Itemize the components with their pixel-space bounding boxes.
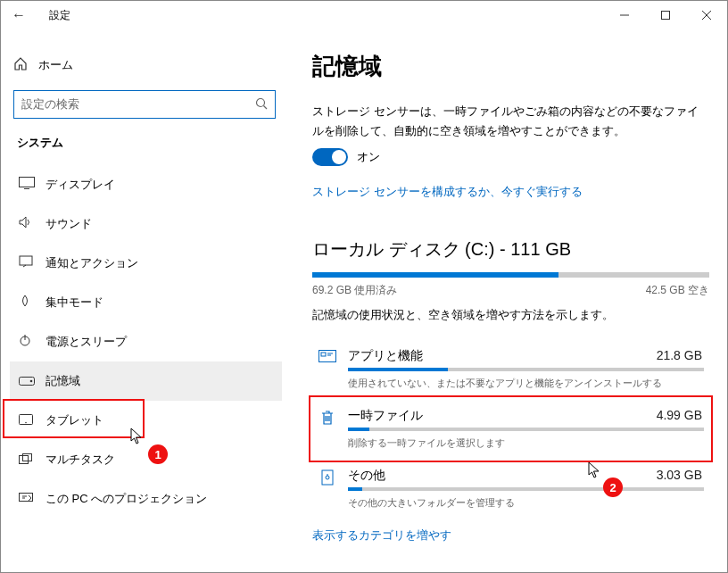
storage-category-apps[interactable]: アプリと機能 使用されていない、または不要なアプリと機能をアンインストールする … [312, 339, 709, 399]
storage-item-sub: 削除する一時ファイルを選択します [348, 436, 704, 450]
search-input[interactable]: 設定の検索 [13, 90, 276, 119]
storage-category-temp[interactable]: 一時ファイル 削除する一時ファイルを選択します 4.99 GB [312, 399, 709, 459]
nav-notifications[interactable]: 通知とアクション [10, 244, 282, 283]
home-nav[interactable]: ホーム [13, 47, 282, 83]
svg-rect-16 [23, 454, 32, 461]
display-icon [19, 177, 46, 193]
svg-rect-22 [322, 470, 333, 485]
nav-list: ディスプレイ サウンド 通知とアクション 集中モード 電源とスリープ 記憶域 [10, 165, 282, 519]
svg-line-5 [264, 105, 268, 109]
multitask-icon [19, 452, 46, 468]
show-more-categories-link[interactable]: 表示するカテゴリを増やす [312, 527, 451, 544]
storage-icon [19, 373, 46, 389]
maximize-button[interactable] [645, 1, 686, 29]
page-heading: 記憶域 [312, 51, 709, 82]
nav-label: マルチタスク [46, 452, 115, 468]
sidebar: ホーム 設定の検索 システム ディスプレイ サウンド 通知とアクション [1, 29, 291, 572]
toggle-label: オン [357, 149, 380, 165]
disk-usage-bar [312, 272, 709, 278]
nav-label: 集中モード [46, 295, 103, 311]
search-placeholder: 設定の検索 [21, 96, 255, 112]
storage-item-title: 一時ファイル [348, 408, 704, 424]
minimize-button[interactable] [604, 1, 645, 29]
nav-label: この PC へのプロジェクション [46, 491, 207, 507]
nav-label: 電源とスリープ [46, 334, 127, 350]
disk-heading: ローカル ディスク (C:) - 111 GB [312, 237, 709, 262]
tablet-icon [19, 412, 46, 428]
trash-icon [314, 410, 341, 430]
content-pane: 記憶域 ストレージ センサーは、一時ファイルやごみ箱の内容などの不要なファイルを… [291, 29, 727, 572]
disk-hint: 記憶域の使用状況と、空き領域を増やす方法を示します。 [312, 307, 709, 323]
svg-rect-6 [20, 178, 35, 187]
section-label: システム [17, 135, 282, 151]
storage-sense-description: ストレージ センサーは、一時ファイルやごみ箱の内容などの不要なファイルを削除して… [312, 102, 709, 141]
home-icon [13, 56, 38, 74]
nav-sound[interactable]: サウンド [10, 204, 282, 244]
nav-multitask[interactable]: マルチタスク [10, 440, 282, 479]
sound-icon [19, 216, 46, 232]
close-button[interactable] [686, 1, 727, 29]
nav-label: サウンド [46, 216, 92, 232]
disk-free-text: 42.5 GB 空き [646, 283, 709, 298]
svg-point-4 [257, 98, 265, 106]
focus-icon [19, 295, 46, 311]
nav-tablet[interactable]: タブレット [10, 401, 282, 440]
search-icon [255, 97, 268, 112]
svg-rect-1 [662, 12, 670, 20]
svg-rect-15 [20, 456, 29, 464]
titlebar: ← 設定 [1, 1, 727, 29]
nav-label: ディスプレイ [46, 177, 115, 193]
storage-item-size: 3.03 GB [657, 468, 702, 482]
svg-point-23 [326, 476, 329, 479]
annotation-badge-2: 2 [603, 478, 623, 497]
disk-used-text: 69.2 GB 使用済み [312, 283, 397, 298]
svg-rect-19 [321, 353, 326, 356]
nav-display[interactable]: ディスプレイ [10, 165, 282, 204]
notify-icon [19, 255, 46, 271]
storage-category-other[interactable]: その他 その他の大きいフォルダーを管理する 3.03 GB [312, 459, 709, 519]
back-button[interactable]: ← [12, 7, 33, 23]
project-icon [19, 491, 46, 507]
nav-label: 記憶域 [46, 373, 80, 389]
nav-power[interactable]: 電源とスリープ [10, 322, 282, 361]
power-icon [19, 334, 46, 350]
nav-project[interactable]: この PC へのプロジェクション [10, 479, 282, 519]
nav-label: タブレット [46, 412, 103, 428]
storage-item-sub: その他の大きいフォルダーを管理する [348, 496, 704, 510]
window-title: 設定 [49, 8, 70, 23]
storage-item-title: その他 [348, 468, 704, 484]
storage-item-size: 21.8 GB [657, 348, 702, 362]
storage-item-sub: 使用されていない、または不要なアプリと機能をアンインストールする [348, 377, 704, 390]
svg-point-12 [30, 380, 33, 383]
nav-focus[interactable]: 集中モード [10, 283, 282, 322]
apps-icon [314, 350, 341, 369]
storage-item-title: アプリと機能 [348, 348, 704, 364]
nav-storage[interactable]: 記憶域 [10, 361, 282, 401]
configure-storage-sense-link[interactable]: ストレージ センサーを構成するか、今すぐ実行する [312, 184, 583, 200]
svg-point-14 [25, 422, 27, 424]
home-label: ホーム [38, 57, 73, 73]
other-icon [314, 469, 341, 490]
nav-label: 通知とアクション [46, 255, 138, 271]
annotation-badge-1: 1 [148, 444, 168, 464]
svg-rect-8 [20, 256, 32, 265]
storage-item-size: 4.99 GB [657, 408, 702, 422]
storage-sense-toggle[interactable] [312, 148, 348, 166]
